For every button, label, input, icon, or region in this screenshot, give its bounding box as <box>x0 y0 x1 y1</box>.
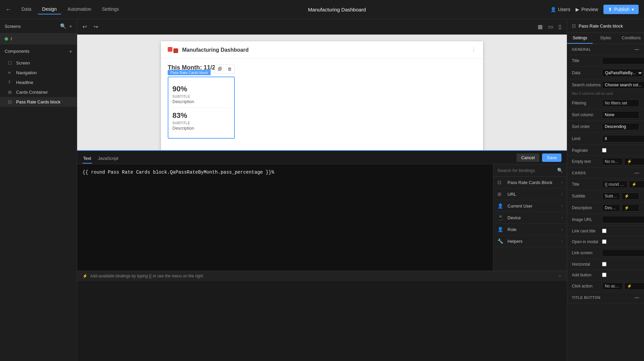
undo-icon[interactable]: ↩ <box>81 22 88 31</box>
binding-pass-rate-label: Pass Rate Cards Block <box>507 180 552 185</box>
limit-input[interactable] <box>602 135 644 142</box>
empty-text-flash-icon[interactable]: ⚡ <box>624 158 644 165</box>
link-card-title-checkbox[interactable] <box>602 229 606 233</box>
card-subtitle-flash-icon[interactable]: ⚡ <box>622 192 640 200</box>
preview-label: Preview <box>581 7 598 12</box>
right-tab-settings[interactable]: Settings <box>567 33 593 44</box>
binding-user-icon: 👤 <box>497 203 504 209</box>
filtering-label: Filtering <box>572 101 602 105</box>
binding-url[interactable]: ⊞ URL › <box>493 188 567 200</box>
binding-role[interactable]: 👤 Role › <box>493 224 567 235</box>
back-button[interactable]: ← <box>5 6 11 13</box>
users-button[interactable]: 👤 Users <box>550 7 571 12</box>
component-navigation-label: Navigation <box>16 70 37 75</box>
component-pass-rate-cards[interactable]: ⊡ Pass Rate Cards block <box>0 97 77 107</box>
right-panel-header: ⊡ Pass Rate Cards block <box>567 19 644 33</box>
screen-item-root[interactable]: / <box>0 34 77 44</box>
image-url-input[interactable] <box>602 216 644 223</box>
data-select[interactable]: QaPassRateBy... <box>602 69 643 77</box>
nav-tab-data[interactable]: Data <box>17 4 36 14</box>
bindings-search-icon: 🔍 <box>557 168 563 173</box>
sort-order-select[interactable]: Descending <box>602 123 639 130</box>
component-headline[interactable]: T Headline <box>0 78 77 87</box>
left-sidebar: Screens 🔍 + / Components + ☐ Screen ≡ Na… <box>0 19 77 361</box>
binding-current-user[interactable]: 👤 Current User › <box>493 200 567 212</box>
nav-tab-design[interactable]: Design <box>38 4 62 14</box>
horizontal-row: Horizontal <box>567 259 644 270</box>
card-item-2: 83% SUBTITLE Description <box>172 108 230 134</box>
mobile-view-icon[interactable]: ▯ <box>557 22 563 31</box>
card-title-row: Title {{ round Pass Rat... ⚡ <box>567 179 644 190</box>
card-percent-2: 83% <box>172 111 230 120</box>
card-title-flash-icon[interactable]: ⚡ <box>629 181 644 188</box>
open-in-modal-label: Open in modal <box>572 239 602 244</box>
binding-url-chevron-icon: › <box>561 192 563 196</box>
canvas-menu-icon[interactable]: ⋮ <box>471 47 476 53</box>
link-screen-label: Link screen <box>572 251 602 255</box>
cards-collapse-icon[interactable]: — <box>635 170 640 176</box>
search-icon[interactable]: 🔍 <box>60 23 66 29</box>
cancel-button[interactable]: Cancel <box>517 153 539 162</box>
card-desc-2: Description <box>172 126 230 131</box>
add-button-checkbox[interactable] <box>602 273 606 277</box>
code-editor[interactable]: {{ round Pass Rate Cards block.QaPassRat… <box>77 164 493 271</box>
cards-label: CARDS <box>572 171 586 175</box>
preview-button[interactable]: ▶ Preview <box>576 7 598 12</box>
tab-javascript[interactable]: JavaScript <box>97 154 119 164</box>
empty-text-row: Empty text No rows found ⚡ <box>567 156 644 168</box>
canvas-area: ↩ ↪ ▦ ▭ ▯ <box>77 19 567 150</box>
screen-item-label: / <box>11 36 12 41</box>
open-in-modal-row: Open in modal <box>567 236 644 247</box>
redo-icon[interactable]: ↪ <box>92 22 99 31</box>
binding-device[interactable]: 📱 Device › <box>493 212 567 224</box>
save-button[interactable]: Save <box>542 153 561 162</box>
component-navigation[interactable]: ≡ Navigation <box>0 68 77 78</box>
binding-pass-rate-cards[interactable]: ⊡ Pass Rate Cards Block › <box>493 177 567 188</box>
binding-helpers[interactable]: 🔧 Helpers › <box>493 235 567 247</box>
navigation-component-icon: ≡ <box>8 70 13 75</box>
paginate-checkbox[interactable] <box>602 148 606 152</box>
cards-section-header: CARDS — <box>567 168 644 179</box>
empty-text-label: Empty text <box>572 159 602 164</box>
screens-header: Screens 🔍 + <box>0 19 77 34</box>
binding-role-label: Role <box>507 227 517 232</box>
footer-action-icon[interactable]: → <box>557 274 561 278</box>
right-tab-conditions[interactable]: Conditions <box>619 33 644 44</box>
binding-user-chevron-icon: › <box>561 204 563 208</box>
screen-component-icon: ☐ <box>8 60 13 65</box>
horizontal-checkbox[interactable] <box>602 262 606 266</box>
component-screen[interactable]: ☐ Screen <box>0 58 77 68</box>
link-screen-input[interactable] <box>602 249 644 257</box>
title-button-collapse-icon[interactable]: — <box>635 295 640 300</box>
tab-text[interactable]: Text <box>83 154 92 164</box>
nav-tab-settings[interactable]: Settings <box>97 4 124 14</box>
sort-column-select[interactable]: None <box>602 111 639 119</box>
block-copy-icon[interactable]: 🗐 <box>216 65 224 73</box>
general-collapse-icon[interactable]: — <box>635 47 640 52</box>
nav-tab-automation[interactable]: Automation <box>63 4 96 14</box>
title-input[interactable] <box>602 57 644 64</box>
tablet-view-icon[interactable]: ▭ <box>547 22 554 31</box>
add-component-icon[interactable]: + <box>69 48 72 54</box>
card-description-row: Description Description ⚡ <box>567 202 644 214</box>
click-action-flash-icon[interactable]: ⚡ <box>624 282 644 290</box>
block-delete-icon[interactable]: 🗑 <box>225 65 234 73</box>
bindings-search-input[interactable] <box>497 168 557 173</box>
code-content: {{ round Pass Rate Cards block.QaPassRat… <box>83 170 274 175</box>
add-screen-icon[interactable]: + <box>69 23 72 29</box>
search-columns-label: Search columns <box>572 83 602 87</box>
open-in-modal-checkbox[interactable] <box>602 239 606 244</box>
right-tab-styles[interactable]: Styles <box>593 33 618 44</box>
title-button-section-header: TITLE BUTTON — <box>567 292 644 303</box>
component-cards-container[interactable]: ⊞ Cards Container <box>0 87 77 97</box>
component-screen-label: Screen <box>16 60 30 65</box>
publish-button[interactable]: ⬆ Publish ▾ <box>603 5 639 14</box>
component-headline-label: Headline <box>16 80 33 85</box>
desktop-view-icon[interactable]: ▦ <box>536 22 544 31</box>
title-button-label: TITLE BUTTON <box>572 296 600 300</box>
click-action-label: Click action <box>572 284 602 288</box>
max-columns-hint: Max 5 columns will be used <box>567 91 644 97</box>
card-description-flash-icon[interactable]: ⚡ <box>622 204 640 212</box>
search-columns-select[interactable]: Choose search col... <box>602 81 644 89</box>
canvas-toolbar: ↩ ↪ ▦ ▭ ▯ <box>77 19 567 35</box>
